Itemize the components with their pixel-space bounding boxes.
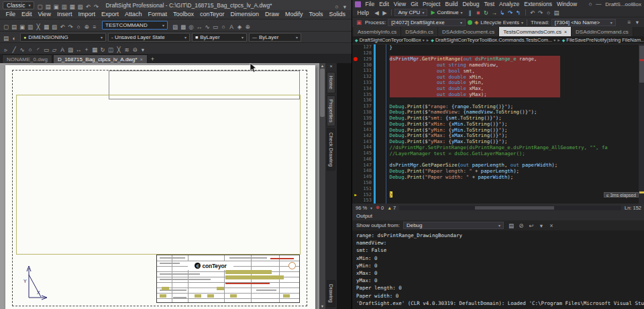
process-combo[interactable]: [24072] DraftSight.exe ▾ <box>388 19 466 26</box>
more-options-icon[interactable]: ▾ <box>633 18 641 26</box>
scrollbar-thumb[interactable] <box>639 46 644 83</box>
save-icon[interactable]: ▣ <box>18 23 26 31</box>
vs-menu-analyze[interactable]: Analyze <box>497 0 522 8</box>
vs-menu-help[interactable]: Help <box>355 9 371 17</box>
dimension-icon[interactable]: ↔ <box>74 46 83 54</box>
polygon-icon[interactable]: ▱ <box>50 46 58 54</box>
mirror-icon[interactable]: ◫ <box>107 46 115 54</box>
editor-horizontal-scrollbar[interactable] <box>399 206 621 210</box>
clear-all-icon[interactable]: ⊘ <box>517 222 525 230</box>
ds-menu-modify[interactable]: Modify <box>282 10 307 19</box>
linetype-combo[interactable]: — ByLayer ▾ <box>249 33 301 42</box>
stop-debug-icon[interactable]: ■ <box>474 9 482 17</box>
output-source-combo[interactable]: Debug ▾ <box>403 222 504 229</box>
restart-icon[interactable]: ↻ <box>482 9 490 17</box>
warning-count[interactable]: ▲ 7 <box>387 205 396 211</box>
paste-icon[interactable]: ▧ <box>50 23 58 31</box>
nav-forward-icon[interactable]: ▶ <box>380 9 388 17</box>
vs-menu-view[interactable]: View <box>391 0 408 8</box>
vs-menu-test[interactable]: Test <box>482 0 497 8</box>
vs-menu-file[interactable]: File <box>363 0 377 8</box>
canvas-vertical-scrollbar[interactable]: ▲ ▼ <box>319 63 325 309</box>
circle-icon[interactable]: ○ <box>219 23 227 31</box>
ds-menu-export[interactable]: Export <box>98 10 121 19</box>
minimize-icon[interactable]: — <box>594 0 602 8</box>
step-out-icon[interactable]: ↰ <box>515 9 523 17</box>
layers-manager-icon[interactable]: ▤ <box>2 34 10 42</box>
pin-icon[interactable]: ▾ <box>341 3 349 11</box>
erase-icon[interactable]: ⊖ <box>131 46 139 54</box>
new-file-icon[interactable]: ▢ <box>36 3 44 11</box>
move-icon[interactable]: + <box>83 46 91 54</box>
find-icon[interactable]: ○ <box>545 9 553 17</box>
nav-back-icon[interactable]: ◀ <box>372 9 380 17</box>
pin-output-icon[interactable]: ▾ <box>537 222 545 230</box>
zoom-level[interactable]: 96 % <box>356 205 367 211</box>
word-wrap-icon[interactable]: ↩ <box>527 222 535 230</box>
print-icon[interactable]: ▥ <box>26 23 34 31</box>
layer-combo[interactable]: ● DIMENSIONING ▾ <box>20 33 106 42</box>
copy-icon[interactable]: ▦ <box>91 46 99 54</box>
ds-menu-tools[interactable]: Tools <box>306 10 326 19</box>
output-text[interactable]: range: dsPrintRange_DrawingBoundarynamed… <box>352 230 644 309</box>
rectangle-icon[interactable]: ▭ <box>211 23 219 31</box>
ds-menu-attach[interactable]: Attach <box>121 10 145 19</box>
break-all-icon[interactable]: ∥ <box>466 9 474 17</box>
center-icon[interactable]: ◎ <box>187 23 195 31</box>
zoom-icon[interactable]: ○ <box>74 23 83 31</box>
ds-menu-file[interactable]: File <box>3 10 19 19</box>
vs-menu-build[interactable]: Build <box>443 0 460 8</box>
lifecycle-label[interactable]: Lifecycle Events <box>480 19 519 26</box>
dimension-icon[interactable]: ↔ <box>195 23 203 31</box>
ds-menu-view[interactable]: View <box>35 10 54 19</box>
vs-menu-debug[interactable]: Debug <box>460 0 482 8</box>
continue-button[interactable]: ▶ Continue ▾ <box>429 9 464 15</box>
search-icon[interactable]: ○ <box>333 3 341 11</box>
ds-menu-format[interactable]: Format <box>145 10 170 19</box>
hatch-icon[interactable]: ▨ <box>66 46 74 54</box>
breadcrumb-segment[interactable]: ◆DraftSightConTeyorToolBox▾ <box>355 37 425 43</box>
rectangle-icon[interactable]: ▭ <box>42 46 50 54</box>
breakpoint-icon[interactable] <box>354 57 358 61</box>
editor-tab-testscommandscom-cs[interactable]: TestsCommandsCom.cs× <box>499 27 572 36</box>
undo-icon[interactable]: ↶ <box>58 23 66 31</box>
copy-icon[interactable]: ▦ <box>68 3 76 11</box>
close-tab-icon[interactable]: × <box>140 57 143 62</box>
solution-explorer-icon[interactable]: ▤ <box>553 9 561 17</box>
close-tab-icon[interactable]: × <box>564 30 567 34</box>
side-tab-check-drawing[interactable]: Check Drawing <box>327 128 335 171</box>
open-file-icon[interactable]: ▤ <box>44 3 52 11</box>
drawing-canvas[interactable]: C conTeyor Y X <box>0 63 319 309</box>
editor-tab-assemblyinfo-cs[interactable]: AssemblyInfo.cs <box>354 27 401 36</box>
ds-menu-import[interactable]: Import <box>75 10 99 19</box>
vs-menu-edit[interactable]: Edit <box>377 0 392 8</box>
breakpoint-margin[interactable]: ▶ <box>352 193 359 197</box>
ds-menu-conteyor[interactable]: conTeyor <box>197 10 228 19</box>
vs-menu-window[interactable]: Window <box>554 0 579 8</box>
ds-menu-dimension[interactable]: Dimension <box>227 10 262 19</box>
snap-icon[interactable]: ⊕ <box>244 23 252 31</box>
layer-preview-icon[interactable]: ◐ <box>10 34 18 42</box>
block-icon[interactable]: ◈ <box>235 23 244 31</box>
ds-menu-edit[interactable]: Edit <box>19 10 36 19</box>
line-icon[interactable]: ╱ <box>10 46 18 54</box>
close-panel-icon[interactable]: × <box>547 222 555 230</box>
properties-icon[interactable]: ≡ <box>91 23 99 31</box>
scrollbar-thumb[interactable] <box>320 69 325 117</box>
arc-icon[interactable]: ◜ <box>34 46 42 54</box>
paste-icon[interactable]: ▧ <box>76 3 84 11</box>
more-icon[interactable]: ▾ <box>139 46 147 54</box>
redo-icon[interactable]: ↷ <box>92 3 100 11</box>
new-document-tab-button[interactable]: + <box>148 54 157 63</box>
ds-menu-insert[interactable]: Insert <box>54 10 75 19</box>
ds-menu-draw[interactable]: Draw <box>262 10 282 19</box>
ds-menu-toolbox[interactable]: Toolbox <box>170 10 197 19</box>
open-icon[interactable]: ▤ <box>10 23 18 31</box>
editor-scrollbar[interactable] <box>639 44 644 204</box>
doc-tab-noname-0-dwg[interactable]: NONAME_0.dwg <box>2 54 52 63</box>
scroll-up-icon[interactable]: ▲ <box>321 64 324 68</box>
pan-icon[interactable]: ⊕ <box>83 23 91 31</box>
editor-tab-dsaddincommand-cs[interactable]: DSAddinCommand.cs <box>572 27 633 36</box>
polyline-icon[interactable]: ∿ <box>18 46 26 54</box>
error-count[interactable]: ⊗ 0 <box>376 205 384 211</box>
